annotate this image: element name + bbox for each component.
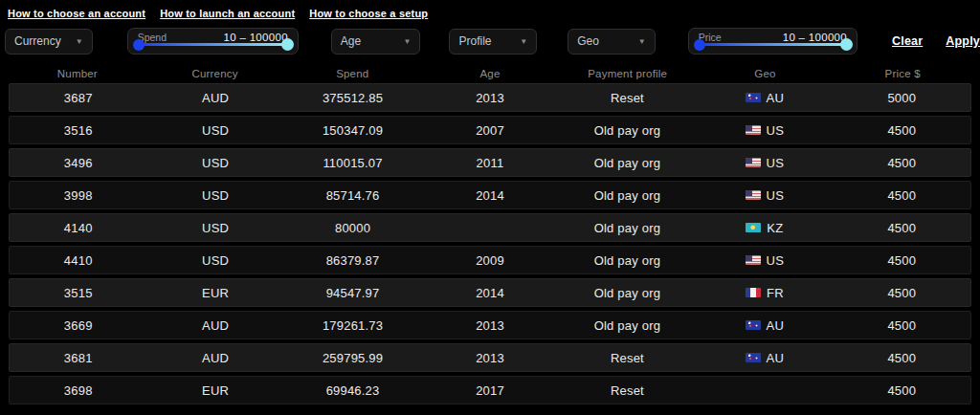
cell-age: 2014 <box>421 188 558 203</box>
cell-payment-profile: Old pay org <box>559 253 696 268</box>
profile-dropdown-label: Profile <box>458 34 491 48</box>
spend-slider-range-value: 10 – 100000 <box>224 32 288 43</box>
cell-geo: US <box>696 156 833 170</box>
cell-spend: 110015.07 <box>284 156 421 170</box>
cell-payment-profile: Old pay org <box>559 286 696 300</box>
currency-dropdown[interactable]: Currency ▼ <box>5 29 93 55</box>
cell-spend: 80000 <box>284 221 421 235</box>
price-slider-min-handle[interactable] <box>694 39 705 51</box>
cell-price: 4500 <box>834 123 970 138</box>
table-row[interactable]: 3698 EUR 69946.23 2017 Reset 4500 <box>9 376 971 404</box>
cell-price: 4500 <box>834 156 970 170</box>
cell-price: 4500 <box>834 318 970 333</box>
spend-slider-max-handle[interactable] <box>281 38 294 51</box>
cell-payment-profile: Old pay org <box>559 188 696 203</box>
cell-spend: 179261.73 <box>284 318 421 333</box>
cell-payment-profile: Reset <box>559 383 696 398</box>
cell-geo: AU <box>696 318 833 333</box>
cell-number: 3515 <box>10 286 146 300</box>
table-row[interactable]: 3669 AUD 179261.73 2013 Old pay org AU 4… <box>9 311 971 339</box>
table-row[interactable]: 4410 USD 86379.87 2009 Old pay org US 45… <box>9 246 971 274</box>
cell-price: 4500 <box>834 253 970 268</box>
spend-slider-min-handle[interactable] <box>133 39 145 51</box>
table-row[interactable]: 4140 USD 80000 Old pay org KZ 4500 <box>9 213 971 242</box>
filter-bar: Currency ▼ Spend 10 – 100000 Age ▼ Profi… <box>0 28 980 55</box>
column-header: Geo <box>697 68 835 79</box>
column-header: Spend <box>283 68 421 79</box>
geo-code: KZ <box>767 221 783 235</box>
cell-age: 2011 <box>421 156 558 170</box>
cell-geo: US <box>696 123 833 138</box>
cell-price: 4500 <box>834 286 970 300</box>
chevron-down-icon: ▼ <box>404 37 412 46</box>
geo-code: US <box>767 188 784 203</box>
country-flag-icon <box>746 353 761 362</box>
apply-filters-button[interactable]: Apply <box>946 34 980 48</box>
cell-number: 4410 <box>10 253 146 268</box>
geo-dropdown-label: Geo <box>577 34 599 48</box>
cell-number: 3496 <box>10 156 146 170</box>
cell-price: 4500 <box>834 383 970 398</box>
cell-payment-profile: Old pay org <box>559 123 696 138</box>
cell-currency: EUR <box>146 286 283 300</box>
geo-code: FR <box>767 286 784 300</box>
column-header: Payment profile <box>559 68 697 79</box>
spend-slider-track[interactable] <box>140 43 286 46</box>
country-flag-icon <box>746 223 761 232</box>
cell-number: 3681 <box>10 351 146 365</box>
country-flag-icon <box>746 255 761 265</box>
cell-payment-profile: Old pay org <box>559 318 696 333</box>
age-dropdown-label: Age <box>341 34 361 48</box>
geo-dropdown[interactable]: Geo ▼ <box>568 29 656 55</box>
geo-code: US <box>767 253 784 268</box>
accounts-table: NumberCurrencySpendAgePayment profileGeo… <box>0 63 980 404</box>
table-row[interactable]: 3496 USD 110015.07 2011 Old pay org US 4… <box>9 148 971 177</box>
cell-price: 4500 <box>834 188 970 203</box>
price-slider-max-handle[interactable] <box>840 38 853 51</box>
spend-range-slider[interactable]: Spend 10 – 100000 <box>127 28 299 55</box>
table-row[interactable]: 3515 EUR 94547.97 2014 Old pay org FR 45… <box>9 278 971 307</box>
cell-geo: AU <box>696 91 833 105</box>
country-flag-icon <box>746 320 761 330</box>
country-flag-icon <box>746 93 761 102</box>
profile-dropdown[interactable]: Profile ▼ <box>449 29 537 55</box>
cell-currency: USD <box>146 188 283 203</box>
price-slider-track[interactable] <box>701 43 845 46</box>
cell-age: 2017 <box>421 383 558 398</box>
table-row[interactable]: 3516 USD 150347.09 2007 Old pay org US 4… <box>9 116 971 144</box>
currency-dropdown-label: Currency <box>14 34 61 48</box>
cell-price: 5000 <box>834 91 970 105</box>
chevron-down-icon: ▼ <box>638 37 646 46</box>
price-range-slider[interactable]: Price 10 – 100000 <box>688 28 858 55</box>
cell-currency: AUD <box>146 351 283 365</box>
table-body: 3687 AUD 375512.85 2013 Reset AU 5000 35… <box>9 83 971 404</box>
cell-age: 2013 <box>421 318 558 333</box>
cell-currency: AUD <box>146 91 283 105</box>
help-links-row: How to choose an account How to launch a… <box>0 0 980 19</box>
cell-geo: FR <box>696 286 833 300</box>
cell-age: 2013 <box>421 351 558 365</box>
table-row[interactable]: 3681 AUD 259795.99 2013 Reset AU 4500 <box>9 343 971 372</box>
country-flag-icon <box>746 158 761 167</box>
cell-age: 2013 <box>421 91 558 105</box>
table-row[interactable]: 3687 AUD 375512.85 2013 Reset AU 5000 <box>9 83 971 112</box>
cell-spend: 94547.97 <box>284 286 421 300</box>
country-flag-icon <box>746 288 761 297</box>
cell-currency: USD <box>146 221 283 235</box>
table-header-row: NumberCurrencySpendAgePayment profileGeo… <box>9 63 971 83</box>
link-how-to-choose-account[interactable]: How to choose an account <box>8 8 145 19</box>
age-dropdown[interactable]: Age ▼ <box>331 29 421 55</box>
clear-filters-button[interactable]: Clear <box>892 34 923 48</box>
geo-code: AU <box>767 91 784 105</box>
price-slider-range-value: 10 – 100000 <box>783 32 847 43</box>
column-header: Price $ <box>834 68 971 79</box>
table-row[interactable]: 3998 USD 85714.76 2014 Old pay org US 45… <box>9 181 971 209</box>
link-how-to-launch-account[interactable]: How to launch an account <box>160 8 295 19</box>
cell-number: 3687 <box>10 91 146 105</box>
cell-geo: US <box>696 253 833 268</box>
geo-code: AU <box>767 351 784 365</box>
cell-spend: 85714.76 <box>284 188 421 203</box>
link-how-to-choose-setup[interactable]: How to choose a setup <box>309 8 428 19</box>
cell-number: 3698 <box>10 383 146 398</box>
cell-currency: AUD <box>146 318 283 333</box>
